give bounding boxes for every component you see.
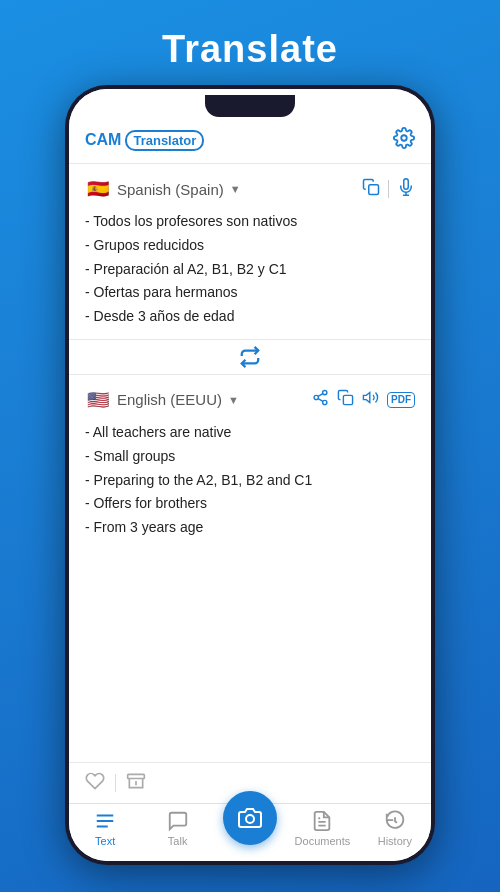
nav-label-text: Text [95, 835, 115, 847]
main-content: 🇪🇸 Spanish (Spain) ▼ [69, 164, 431, 803]
text-nav-icon [94, 810, 116, 832]
nav-label-history: History [378, 835, 412, 847]
history-nav-icon [384, 810, 406, 832]
nav-item-history[interactable]: History [359, 810, 431, 847]
eraser-button[interactable] [126, 771, 146, 795]
actions-divider [115, 774, 116, 792]
swap-row[interactable] [69, 339, 431, 375]
source-copy-button[interactable] [362, 178, 380, 200]
svg-point-5 [314, 396, 318, 400]
svg-marker-10 [363, 393, 369, 403]
app-logo: CAM Translator [85, 130, 204, 151]
talk-nav-icon [167, 810, 189, 832]
phone-shell: CAM Translator 🇪🇸 Spanish (Spain) ▼ [65, 85, 435, 865]
target-pdf-button[interactable]: PDF [387, 392, 415, 408]
settings-button[interactable] [393, 127, 415, 153]
source-mic-button[interactable] [397, 178, 415, 200]
svg-line-8 [318, 394, 323, 397]
target-lang-label: English (EEUU) [117, 391, 222, 408]
logo-cam-text: CAM [85, 131, 121, 149]
nav-label-talk: Talk [168, 835, 188, 847]
target-flag: 🇺🇸 [85, 387, 111, 413]
target-lang-chevron-icon: ▼ [228, 394, 239, 406]
source-flag: 🇪🇸 [85, 176, 111, 202]
target-share-button[interactable] [312, 389, 329, 410]
page-title: Translate [162, 28, 338, 71]
target-lang-row: 🇺🇸 English (EEUU) ▼ [85, 387, 415, 413]
source-lang-label: Spanish (Spain) [117, 181, 224, 198]
source-lang-selector[interactable]: 🇪🇸 Spanish (Spain) ▼ [85, 176, 241, 202]
favorite-button[interactable] [85, 771, 105, 795]
camera-fab-icon [238, 806, 262, 830]
nav-item-documents[interactable]: Documents [286, 810, 358, 847]
target-lang-selector[interactable]: 🇺🇸 English (EEUU) ▼ [85, 387, 239, 413]
source-text: - Todos los profesores son nativos- Grup… [85, 210, 415, 329]
target-copy-button[interactable] [337, 389, 354, 410]
svg-rect-9 [343, 396, 352, 405]
bottom-nav: Text Talk [69, 803, 431, 861]
source-actions-divider [388, 180, 389, 198]
source-panel: 🇪🇸 Spanish (Spain) ▼ [69, 164, 431, 339]
gear-icon [393, 127, 415, 149]
target-panel: 🇺🇸 English (EEUU) ▼ [69, 375, 431, 762]
swap-icon [239, 346, 261, 368]
nav-item-text[interactable]: Text [69, 810, 141, 847]
svg-rect-1 [369, 185, 379, 195]
documents-nav-icon [311, 810, 333, 832]
svg-point-0 [401, 135, 407, 141]
target-speaker-button[interactable] [362, 389, 379, 410]
logo-translator-badge: Translator [125, 130, 204, 151]
svg-point-16 [246, 815, 254, 823]
source-lang-chevron-icon: ▼ [230, 183, 241, 195]
source-lang-actions [362, 178, 415, 200]
phone-notch [205, 95, 295, 117]
nav-item-camera[interactable] [214, 813, 286, 845]
svg-rect-11 [128, 774, 145, 778]
target-lang-actions: PDF [312, 389, 415, 410]
target-text: - All teachers are native- Small groups-… [85, 421, 415, 540]
svg-point-4 [323, 391, 327, 395]
svg-point-6 [323, 401, 327, 405]
camera-fab[interactable] [223, 791, 277, 845]
nav-item-talk[interactable]: Talk [141, 810, 213, 847]
nav-label-documents: Documents [295, 835, 351, 847]
svg-line-7 [318, 399, 323, 402]
phone-inner: CAM Translator 🇪🇸 Spanish (Spain) ▼ [69, 89, 431, 861]
source-lang-row: 🇪🇸 Spanish (Spain) ▼ [85, 176, 415, 202]
